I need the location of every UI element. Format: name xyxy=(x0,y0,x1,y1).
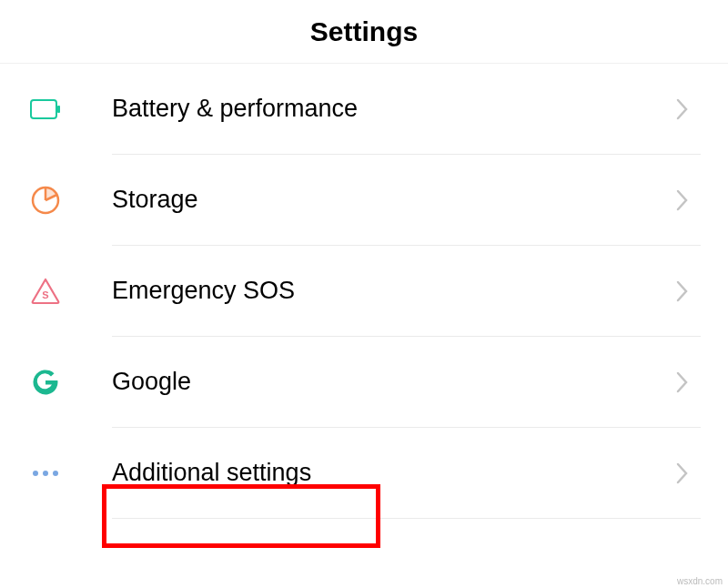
svg-rect-0 xyxy=(31,100,56,118)
svg-text:S: S xyxy=(42,289,48,300)
settings-item-google[interactable]: Google xyxy=(0,337,728,428)
chevron-right-icon xyxy=(673,373,692,391)
item-label: Storage xyxy=(112,186,198,214)
more-icon xyxy=(29,457,62,490)
settings-item-storage[interactable]: Storage xyxy=(0,155,728,246)
blank-space xyxy=(0,519,728,572)
settings-item-sos[interactable]: S Emergency SOS xyxy=(0,246,728,337)
settings-item-additional[interactable]: Additional settings xyxy=(0,428,728,519)
label-wrap: Storage xyxy=(112,155,701,246)
item-label: Additional settings xyxy=(112,459,311,487)
header: Settings xyxy=(0,0,728,64)
chevron-right-icon xyxy=(673,100,692,118)
battery-icon xyxy=(29,93,62,126)
storage-icon xyxy=(29,184,62,217)
sos-icon: S xyxy=(29,275,62,308)
chevron-right-icon xyxy=(673,282,692,300)
svg-rect-1 xyxy=(57,106,60,113)
item-label: Google xyxy=(112,368,191,396)
svg-point-7 xyxy=(43,471,48,476)
page-title: Settings xyxy=(310,16,418,47)
watermark: wsxdn.com xyxy=(677,576,723,586)
settings-list: Battery & performance Storage xyxy=(0,64,728,572)
label-wrap: Emergency SOS xyxy=(112,246,701,337)
chevron-right-icon xyxy=(673,191,692,209)
item-label: Emergency SOS xyxy=(112,277,295,305)
google-icon xyxy=(29,366,62,399)
label-wrap: Battery & performance xyxy=(112,64,701,155)
svg-point-8 xyxy=(53,471,58,476)
label-wrap: Additional settings xyxy=(112,428,701,519)
item-label: Battery & performance xyxy=(112,95,358,123)
settings-item-battery[interactable]: Battery & performance xyxy=(0,64,728,155)
label-wrap: Google xyxy=(112,337,701,428)
chevron-right-icon xyxy=(673,464,692,482)
svg-point-6 xyxy=(33,471,38,476)
